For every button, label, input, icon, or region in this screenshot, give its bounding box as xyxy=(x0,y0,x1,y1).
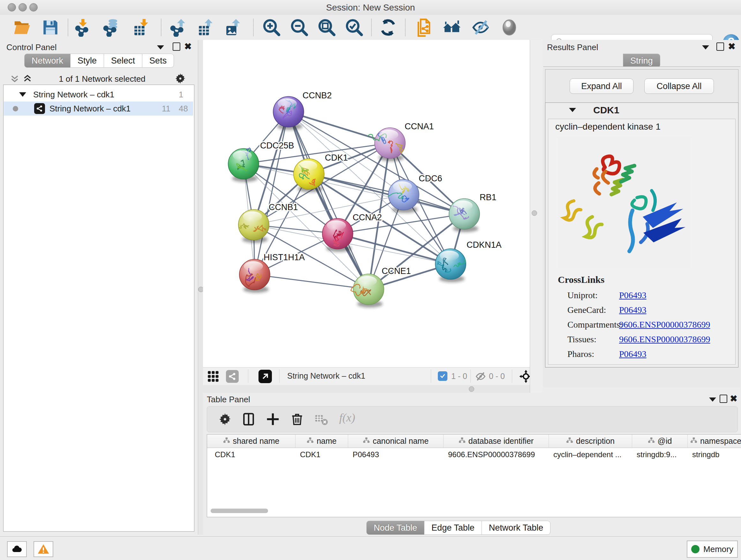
import-network-icon[interactable] xyxy=(74,18,92,37)
save-session-icon[interactable] xyxy=(41,18,60,37)
node-CDKN1A[interactable]: CDKN1A xyxy=(435,240,502,282)
table-panel-float-icon[interactable] xyxy=(719,394,728,403)
zoom-selected-icon[interactable] xyxy=(345,18,363,37)
zoom-out-icon[interactable] xyxy=(290,18,309,37)
table-panel-close-icon[interactable]: ✖ xyxy=(729,394,738,403)
crosslink-value[interactable]: P06493 xyxy=(619,305,647,315)
node-CDK1[interactable]: CDK1 xyxy=(293,153,348,192)
column-header-name[interactable]: name xyxy=(295,435,348,448)
column-header-description[interactable]: description xyxy=(549,435,632,448)
collection-expand-icon[interactable] xyxy=(19,92,26,97)
home-icon[interactable] xyxy=(443,18,461,37)
delete-column-icon[interactable] xyxy=(290,412,304,426)
column-header-label: name xyxy=(317,436,337,446)
cloud-status-button[interactable] xyxy=(7,541,27,557)
hide-panel-icon[interactable] xyxy=(471,18,490,37)
results-panel-menu-icon[interactable] xyxy=(701,43,711,52)
protein-section: CDK1 cyclin–dependent kinase 1 xyxy=(545,103,738,368)
horizontal-splitter-handle-icon[interactable] xyxy=(469,386,474,392)
horizontal-splitter[interactable] xyxy=(203,385,530,393)
grid-view-icon[interactable] xyxy=(207,370,219,383)
control-panel-menu-icon[interactable] xyxy=(156,43,165,52)
tab-edge-table[interactable]: Edge Table xyxy=(424,521,482,535)
expand-all-button[interactable]: Expand All xyxy=(569,78,633,94)
control-panel-float-icon[interactable] xyxy=(172,42,181,51)
network-row[interactable]: String Network – cdk1 11 48 xyxy=(4,102,193,116)
tab-network[interactable]: Network xyxy=(24,54,71,68)
protein-collapse-icon[interactable] xyxy=(569,108,576,112)
node-label-HIST1H1A: HIST1H1A xyxy=(264,253,305,262)
hidden-elements-icon[interactable] xyxy=(475,371,486,383)
control-panel-close-icon[interactable]: ✖ xyxy=(183,42,193,51)
export-network-icon[interactable] xyxy=(169,18,188,37)
collapse-all-button[interactable]: Collapse All xyxy=(644,78,714,94)
table-cell[interactable]: stringdb:9... xyxy=(632,448,687,461)
table-cell[interactable]: stringdb xyxy=(688,448,741,461)
node-table[interactable]: shared nameCDK1nameCDK1canonical nameP06… xyxy=(207,434,741,517)
column-header-namespace[interactable]: namespace xyxy=(688,435,741,448)
crosslink-value[interactable]: 9606.ENSP00000378699 xyxy=(619,334,710,345)
export-table-icon[interactable] xyxy=(197,18,215,37)
tab-style[interactable]: Style xyxy=(71,54,104,68)
crosslink-value[interactable]: P06493 xyxy=(619,349,647,359)
results-panel-float-icon[interactable] xyxy=(716,42,725,51)
network-collection-row[interactable]: String Network – cdk1 1 xyxy=(4,87,193,102)
show-columns-icon[interactable] xyxy=(242,412,256,426)
crosslink-value[interactable]: 9606.ENSP00000378699 xyxy=(619,320,710,330)
tab-node-table[interactable]: Node Table xyxy=(366,521,424,535)
import-database-icon[interactable] xyxy=(102,18,121,37)
function-builder-icon[interactable]: f(x) xyxy=(339,411,355,424)
network-thumbnail-icon[interactable] xyxy=(226,370,239,383)
table-horizontal-scrollbar[interactable] xyxy=(211,509,268,513)
column-header-canonical-name[interactable]: canonical name xyxy=(348,435,444,448)
crosslink-row: Pharos:P06493 xyxy=(567,349,730,359)
right-splitter-handle-icon[interactable] xyxy=(532,210,537,216)
table-cell[interactable]: CDK1 xyxy=(295,448,348,461)
edge-CCNB2-CCNA1[interactable] xyxy=(288,112,390,143)
open-session-icon[interactable] xyxy=(13,18,31,37)
network-view-toolbar: String Network – cdk1 1 - 0 0 - 0 xyxy=(203,367,530,385)
table-cell[interactable]: 9606.ENSP00000378699 xyxy=(444,448,549,461)
tab-select[interactable]: Select xyxy=(104,54,142,68)
table-panel-menu-icon[interactable] xyxy=(708,395,718,404)
node-CCNB2[interactable]: CCNB2 xyxy=(273,91,332,130)
warning-status-button[interactable] xyxy=(33,541,53,557)
column-header-label: description xyxy=(576,436,615,446)
zoom-in-icon[interactable] xyxy=(262,18,281,37)
export-image-icon[interactable] xyxy=(224,18,243,37)
network-canvas[interactable]: CCNB2CCNA1CDC25BCDK1CDC6RB1CCNB1CCNA2CDK… xyxy=(203,40,530,367)
tab-sets[interactable]: Sets xyxy=(142,54,174,68)
add-column-icon[interactable] xyxy=(266,412,280,426)
crosslink-value[interactable]: P06493 xyxy=(619,290,647,300)
column-header-label: database identifier xyxy=(468,436,534,446)
preview-icon[interactable] xyxy=(500,18,519,37)
protein-structure-image[interactable] xyxy=(557,137,691,268)
tab-network-table[interactable]: Network Table xyxy=(482,521,551,535)
selected-indicator-checkbox[interactable] xyxy=(438,371,448,381)
network-options-gear-icon[interactable] xyxy=(174,72,186,86)
memory-button[interactable]: Memory xyxy=(687,541,738,558)
column-header-database-identifier[interactable]: database identifier xyxy=(444,435,549,448)
tab-string[interactable]: String xyxy=(623,54,660,68)
node-RB1[interactable]: RB1 xyxy=(449,192,496,232)
column-type-icon xyxy=(459,436,466,446)
expand-all-networks-icon[interactable] xyxy=(10,73,20,85)
table-cell[interactable]: P06493 xyxy=(348,448,443,461)
table-cell[interactable]: CDK1 xyxy=(207,448,295,461)
node-CCNA1[interactable]: CCNA1 xyxy=(368,122,434,161)
column-header-shared-name[interactable]: shared name xyxy=(207,435,295,448)
table-cell[interactable]: cyclin–dependent ... xyxy=(549,448,632,461)
refresh-icon[interactable] xyxy=(379,18,397,37)
right-splitter[interactable] xyxy=(530,40,543,393)
edge-HIST1H1A-CCNE1[interactable] xyxy=(255,274,368,289)
table-gear-icon[interactable] xyxy=(218,412,232,426)
import-table-icon[interactable] xyxy=(132,18,151,37)
open-in-new-window-icon[interactable] xyxy=(259,370,272,383)
zoom-fit-icon[interactable] xyxy=(318,18,336,37)
share-document-icon[interactable] xyxy=(415,18,433,37)
delete-table-icon[interactable] xyxy=(314,412,328,426)
column-header-@id[interactable]: @id xyxy=(632,435,688,448)
node-HIST1H1A[interactable]: HIST1H1A xyxy=(239,253,305,293)
results-panel-close-icon[interactable]: ✖ xyxy=(727,42,737,51)
collapse-all-networks-icon[interactable] xyxy=(22,73,32,85)
